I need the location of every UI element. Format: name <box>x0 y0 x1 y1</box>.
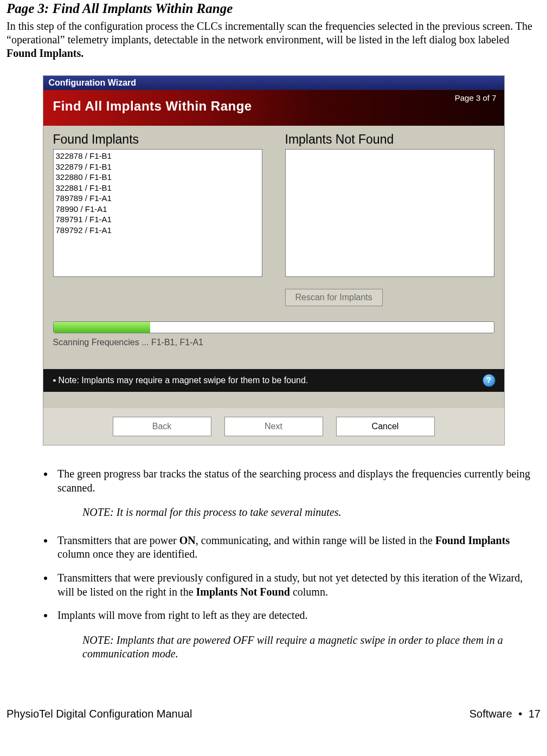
page-footer: PhysioTel Digital Configuration Manual S… <box>0 692 547 726</box>
explanation-list: Transmitters that are power ON, communic… <box>7 534 540 623</box>
found-implants-label: Found Implants <box>53 132 262 147</box>
note-block: NOTE: Implants that are powered OFF will… <box>82 634 540 661</box>
configuration-wizard-screenshot: Configuration Wizard Page 3 of 7 Find Al… <box>43 75 505 445</box>
note-block: NOTE: It is normal for this process to t… <box>82 506 540 520</box>
found-implants-listbox[interactable]: 322878 / F1-B1322879 / F1-B1322880 / F1-… <box>53 149 262 277</box>
cancel-button[interactable]: Cancel <box>336 417 435 436</box>
list-item[interactable]: 322880 / F1-B1 <box>56 172 260 183</box>
wizard-nav-bar: Back Next Cancel <box>43 408 504 445</box>
footer-right: Software • 17 <box>469 708 540 720</box>
page-indicator: Page 3 of 7 <box>455 93 497 102</box>
wizard-titlebar: Configuration Wizard <box>43 76 504 90</box>
wizard-header: Page 3 of 7 Find All Implants Within Ran… <box>43 90 504 126</box>
list-item[interactable]: 78990 / F1-A1 <box>56 204 260 215</box>
wizard-header-title: Find All Implants Within Range <box>53 99 494 114</box>
list-item: Implants will move from right to left as… <box>54 609 540 623</box>
list-item[interactable]: 322878 / F1-B1 <box>56 151 260 161</box>
intro-paragraph: In this step of the configuration proces… <box>7 20 540 60</box>
wizard-note-text: ▪ Note: Implants may require a magnet sw… <box>53 376 308 385</box>
back-button[interactable]: Back <box>113 417 211 436</box>
wizard-note-bar: ▪ Note: Implants may require a magnet sw… <box>43 369 504 392</box>
implants-not-found-label: Implants Not Found <box>285 132 494 147</box>
scan-progress-bar <box>53 321 494 333</box>
list-item[interactable]: 789791 / F1-A1 <box>56 214 260 225</box>
list-item[interactable]: 789792 / F1-A1 <box>56 225 260 236</box>
help-icon[interactable]: ? <box>482 374 495 387</box>
list-item[interactable]: 322881 / F1-B1 <box>56 183 260 193</box>
list-item[interactable]: 789789 / F1-A1 <box>56 193 260 204</box>
list-item: Transmitters that were previously config… <box>54 571 540 599</box>
rescan-button[interactable]: Rescan for Implants <box>285 289 383 306</box>
list-item[interactable]: 322879 / F1-B1 <box>56 161 260 172</box>
scan-progress-fill <box>54 322 151 333</box>
implants-not-found-listbox[interactable] <box>285 149 494 277</box>
list-item: The green progress bar tracks the status… <box>54 467 540 495</box>
section-title: Page 3: Find All Implants Within Range <box>7 1 540 16</box>
explanation-list: The green progress bar tracks the status… <box>7 467 540 495</box>
scan-status-text: Scanning Frequencies ... F1-B1, F1-A1 <box>53 338 494 347</box>
next-button[interactable]: Next <box>224 417 323 436</box>
list-item: Transmitters that are power ON, communic… <box>54 534 540 561</box>
footer-left: PhysioTel Digital Configuration Manual <box>7 708 192 720</box>
